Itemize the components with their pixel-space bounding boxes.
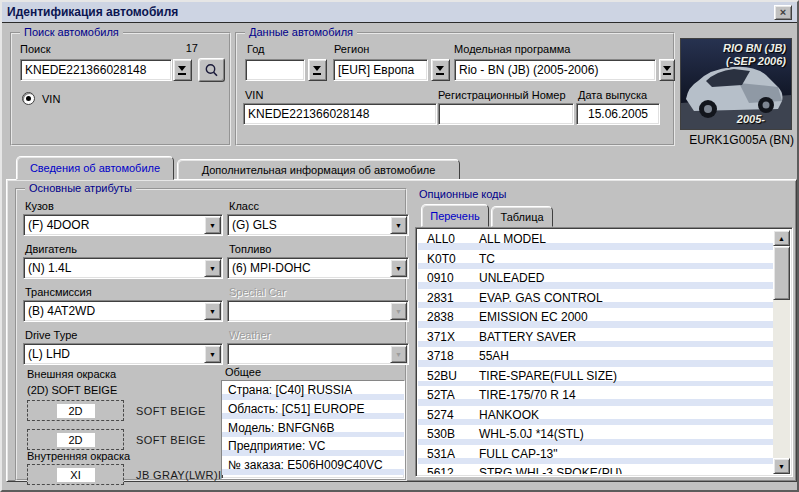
option-row[interactable]: 5612STRG WHL-3 SPOKE(PU)	[418, 464, 773, 474]
class-combobox[interactable]: (G) GLS ▼	[227, 214, 409, 236]
exterior-color-code: (2D) SOFT BEIGE	[27, 384, 117, 396]
chevron-down-icon[interactable]: ▼	[204, 259, 221, 277]
option-row[interactable]: 5274HANKOOK	[418, 406, 773, 426]
vehicle-info-tabpage: Основные атрибуты Кузов (F) 4DOOR ▼ Клас…	[6, 179, 797, 482]
option-description: 55AH	[479, 349, 773, 367]
chevron-down-icon[interactable]: ▼	[390, 259, 407, 277]
engine-combobox[interactable]: (N) 1.4L ▼	[23, 257, 223, 279]
region-dropdown-button[interactable]	[431, 59, 450, 81]
result-count: 17	[162, 42, 198, 54]
year-dropdown-button[interactable]	[308, 59, 327, 81]
general-info-line: Предприятие: VC	[222, 437, 404, 456]
scroll-down-icon[interactable]: ▼	[773, 458, 790, 474]
tab-options-list[interactable]: Перечень	[421, 204, 489, 227]
color-chip: 2D	[57, 433, 95, 447]
option-description: BATTERY SAVER	[479, 330, 773, 348]
transmission-value: (B) 4AT2WD	[24, 301, 203, 321]
color-swatch-row: XIJB GRAY(LWR)INT	[27, 464, 237, 485]
engine-label: Двигатель	[25, 243, 77, 255]
weather-value	[228, 344, 389, 364]
chevron-down-icon: ▼	[390, 345, 407, 363]
option-description: TC	[479, 252, 773, 270]
option-code: K0T0	[427, 252, 479, 270]
option-row[interactable]: ALL0ALL MODEL	[418, 230, 773, 250]
model-dropdown-button[interactable]	[659, 59, 675, 81]
option-row[interactable]: 371855AH	[418, 347, 773, 367]
chevron-down-icon[interactable]: ▼	[204, 345, 221, 363]
scrollbar-thumb[interactable]	[773, 246, 790, 300]
option-code: 0910	[427, 271, 479, 289]
tab-additional-info[interactable]: Дополнительная информация об автомобиле	[177, 159, 460, 180]
option-description: FULL CAP-13"	[479, 447, 773, 465]
option-row[interactable]: 2838EMISSION EC 2000	[418, 308, 773, 328]
option-row[interactable]: 530BWHL-5.0J *14(STL)	[418, 425, 773, 445]
option-code: 3718	[427, 349, 479, 367]
search-input[interactable]: KNEDE221366028148	[20, 59, 172, 81]
option-row[interactable]: 371XBATTERY SAVER	[418, 328, 773, 348]
release-date-input[interactable]: 15.06.2005	[576, 103, 660, 125]
car-date-text: (-SEP 2006)	[726, 55, 786, 67]
vin-input[interactable]: KNEDE221366028148	[243, 103, 437, 125]
chevron-down-icon[interactable]: ▼	[390, 216, 407, 234]
option-row[interactable]: 52TATIRE-175/70 R 14	[418, 386, 773, 406]
drive-type-value: (L) LHD	[24, 344, 203, 364]
option-code: 2838	[427, 310, 479, 328]
dropdown-underline-icon	[178, 65, 187, 75]
year-input[interactable]	[245, 59, 305, 81]
color-chip: 2D	[57, 404, 95, 418]
chevron-down-icon: ▼	[390, 302, 407, 320]
search-dropdown-button[interactable]	[173, 59, 192, 81]
option-description: STRG WHL-3 SPOKE(PU)	[479, 466, 773, 474]
option-codes-caption: Опционные коды	[419, 188, 506, 200]
color-swatch-button[interactable]: XI	[27, 464, 124, 485]
chevron-down-icon[interactable]: ▼	[204, 216, 221, 234]
catalog-code-caption: EURK1G005A (BN)	[652, 133, 794, 147]
title-bar: Идентификация автомобиля ×	[2, 2, 797, 23]
transmission-combobox[interactable]: (B) 4AT2WD ▼	[23, 300, 223, 322]
model-program-input[interactable]: Rio - BN (JB) (2005-2006)	[454, 59, 656, 81]
option-row[interactable]: 0910UNLEADED	[418, 269, 773, 289]
option-code: 2831	[427, 291, 479, 309]
close-button[interactable]: ×	[774, 5, 792, 20]
option-row[interactable]: 2831EVAP. GAS CONTROL	[418, 289, 773, 309]
window-title: Идентификация автомобиля	[7, 5, 178, 19]
option-code: ALL0	[427, 232, 479, 250]
special-car-value	[228, 301, 389, 321]
body-combobox[interactable]: (F) 4DOOR ▼	[23, 214, 223, 236]
option-row[interactable]: 531AFULL CAP-13"	[418, 445, 773, 465]
option-code: 5274	[427, 408, 479, 426]
scroll-up-icon[interactable]: ▲	[773, 230, 790, 246]
option-code: 52BU	[427, 369, 479, 387]
option-code: 5612	[427, 466, 479, 474]
general-info-line: Страна: [C40] RUSSIA	[222, 381, 404, 400]
tab-options-table[interactable]: Таблица	[491, 206, 553, 227]
weather-combobox: ▼	[227, 343, 409, 365]
vin-radio[interactable]	[22, 92, 35, 105]
option-code: 52TA	[427, 388, 479, 406]
color-swatch-row: 2DSOFT BEIGE	[27, 429, 206, 450]
drive-type-combobox[interactable]: (L) LHD ▼	[23, 343, 223, 365]
vehicle-identification-window: Идентификация автомобиля × Поиск автомоб…	[0, 0, 799, 492]
fuel-combobox[interactable]: (6) MPI-DOHC ▼	[227, 257, 409, 279]
option-row[interactable]: K0T0TC	[418, 250, 773, 270]
option-row[interactable]: 52BUTIRE-SPARE(FULL SIZE)	[418, 367, 773, 387]
color-swatch-button[interactable]: 2D	[27, 429, 124, 450]
search-group-caption: Поиск автомобиля	[20, 26, 123, 38]
region-input[interactable]: [EUR] Европа	[333, 59, 428, 81]
registration-number-input[interactable]	[438, 103, 574, 125]
chevron-down-icon[interactable]: ▼	[204, 302, 221, 320]
search-button[interactable]	[198, 58, 225, 82]
search-label: Поиск	[20, 43, 50, 55]
year-label: Год	[247, 43, 265, 55]
tab-vehicle-info[interactable]: Сведения об автомобиле	[16, 156, 174, 180]
color-swatch-button[interactable]: 2D	[27, 400, 124, 421]
scrollbar[interactable]: ▲ ▼	[773, 230, 790, 474]
option-description: TIRE-175/70 R 14	[479, 388, 773, 406]
color-name: SOFT BEIGE	[136, 434, 206, 446]
option-code: 531A	[427, 447, 479, 465]
general-info-line: Модель: BNFGN6B	[222, 419, 404, 438]
search-groupbox: Поиск автомобиля Поиск 17 KNEDE221366028…	[10, 32, 231, 146]
color-name: SOFT BEIGE	[136, 405, 206, 417]
special-car-combobox: ▼	[227, 300, 409, 322]
class-value: (G) GLS	[228, 215, 389, 235]
